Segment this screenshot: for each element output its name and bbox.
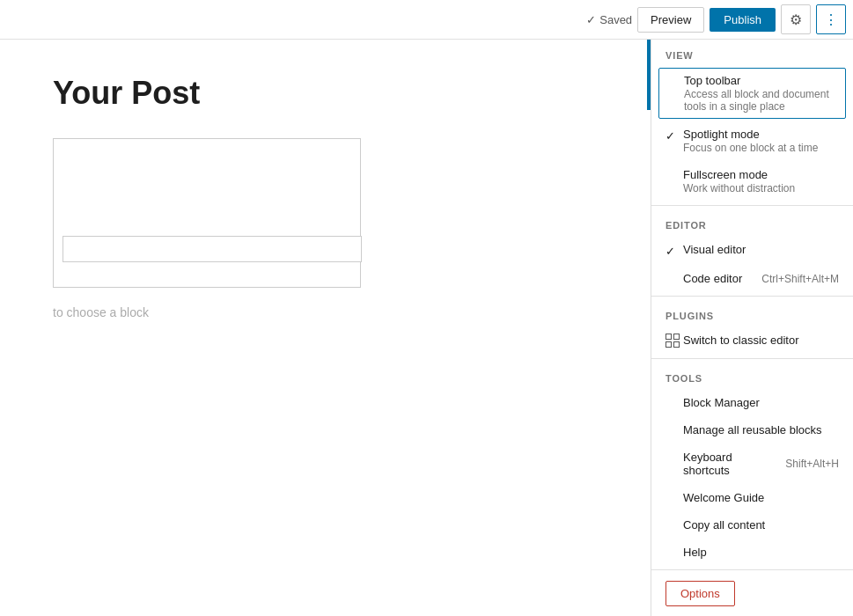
editor-area: Your Post to choose a block (0, 40, 647, 616)
svg-rect-2 (666, 342, 672, 348)
menu-item-welcome-guide[interactable]: Welcome Guide (651, 484, 853, 511)
gear-icon: ⚙ (790, 11, 802, 28)
code-editor-shortcut: Ctrl+Shift+Alt+M (753, 273, 839, 285)
code-editor-label: Code editor (683, 272, 753, 285)
menu-item-code-editor[interactable]: Code editor Ctrl+Shift+Alt+M (651, 265, 853, 292)
keyboard-shortcuts-label: Keyboard shortcuts (683, 451, 776, 477)
block-area[interactable] (53, 138, 361, 288)
saved-label: Saved (599, 13, 632, 26)
classic-editor-icon (665, 334, 683, 348)
block-input[interactable] (63, 236, 362, 262)
plugins-section-label: PLUGINS (651, 300, 853, 326)
menu-item-help[interactable]: Help (651, 539, 853, 566)
svg-rect-1 (674, 334, 680, 340)
svg-rect-0 (666, 334, 672, 340)
spotlight-checkmark-icon: ✓ (665, 129, 683, 143)
menu-item-spotlight-mode[interactable]: ✓ Spotlight mode Focus on one block at a… (651, 121, 853, 161)
divider-plugins-tools (651, 358, 853, 359)
copy-all-content-label: Copy all content (683, 518, 839, 532)
preview-button[interactable]: Preview (637, 7, 704, 33)
menu-item-visual-editor[interactable]: ✓ Visual editor (651, 236, 853, 265)
top-toolbar-label: Top toolbar (684, 74, 838, 87)
block-manager-label: Block Manager (683, 396, 839, 409)
visual-editor-label: Visual editor (683, 243, 839, 256)
menu-item-keyboard-shortcuts[interactable]: Keyboard shortcuts Shift+Alt+H (651, 444, 853, 484)
view-section-label: VIEW (651, 40, 853, 66)
options-btn-row: Options (651, 574, 853, 613)
menu-item-block-manager[interactable]: Block Manager (651, 389, 853, 416)
top-toolbar-desc: Access all block and document tools in a… (684, 88, 838, 113)
publish-button[interactable]: Publish (710, 8, 776, 32)
settings-button[interactable]: ⚙ (781, 4, 811, 34)
menu-item-manage-reusable[interactable]: Manage all reusable blocks (651, 416, 853, 444)
editor-section-label: EDITOR (651, 209, 853, 236)
fullscreen-mode-desc: Work without distraction (683, 182, 839, 194)
more-icon: ⋮ (824, 11, 838, 28)
spotlight-mode-desc: Focus on one block at a time (683, 142, 839, 154)
view-section: VIEW Top toolbar Access all block and do… (651, 40, 853, 202)
plugins-section: PLUGINS Switch to classic editor (651, 300, 853, 355)
editor-section: EDITOR ✓ Visual editor Code editor Ctrl+… (651, 209, 853, 292)
menu-item-copy-all-content[interactable]: Copy all content (651, 511, 853, 539)
saved-check-icon: ✓ (586, 13, 596, 26)
divider-tools-options (651, 569, 853, 570)
menu-item-top-toolbar[interactable]: Top toolbar Access all block and documen… (658, 68, 846, 119)
fullscreen-mode-label: Fullscreen mode (683, 168, 839, 181)
keyboard-shortcuts-shortcut: Shift+Alt+H (776, 458, 839, 470)
menu-item-classic-editor[interactable]: Switch to classic editor (651, 326, 853, 355)
tools-section-label: TOOLS (651, 363, 853, 389)
dropdown-panel: VIEW Top toolbar Access all block and do… (651, 40, 853, 616)
options-button[interactable]: Options (665, 581, 735, 606)
svg-rect-3 (674, 342, 680, 348)
visual-editor-checkmark-icon: ✓ (665, 245, 683, 258)
menu-item-fullscreen-mode[interactable]: Fullscreen mode Work without distraction (651, 161, 853, 202)
top-bar: ✓ Saved Preview Publish ⚙ ⋮ (0, 0, 853, 40)
welcome-guide-label: Welcome Guide (683, 491, 839, 504)
choose-block-text: to choose a block (53, 305, 594, 319)
manage-reusable-label: Manage all reusable blocks (683, 423, 839, 436)
divider-editor-plugins (651, 296, 853, 297)
more-options-button[interactable]: ⋮ (816, 4, 846, 34)
help-label: Help (683, 546, 839, 559)
post-title: Your Post (53, 75, 594, 112)
classic-editor-label: Switch to classic editor (683, 334, 839, 347)
saved-indicator: ✓ Saved (586, 13, 632, 26)
divider-view-editor (651, 205, 853, 206)
spotlight-mode-label: Spotlight mode (683, 128, 839, 141)
tools-section: TOOLS Block Manager Manage all reusable … (651, 363, 853, 566)
